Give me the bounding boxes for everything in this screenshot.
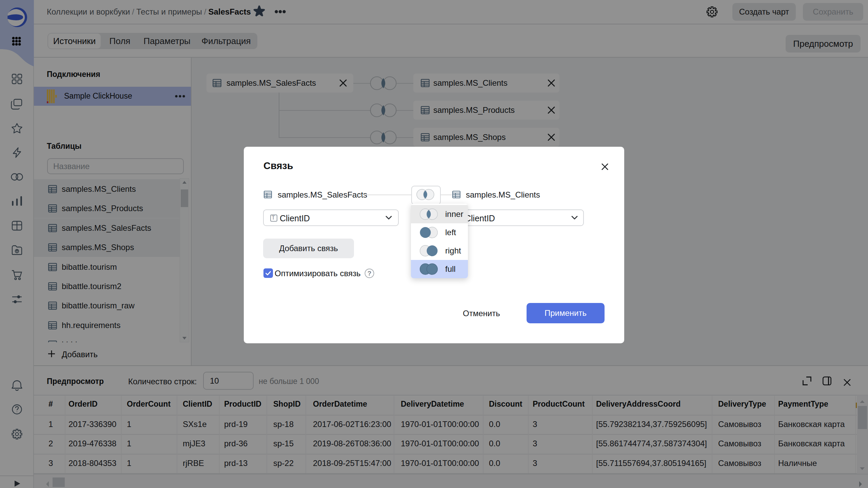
svg-text:?: ? (368, 270, 372, 277)
